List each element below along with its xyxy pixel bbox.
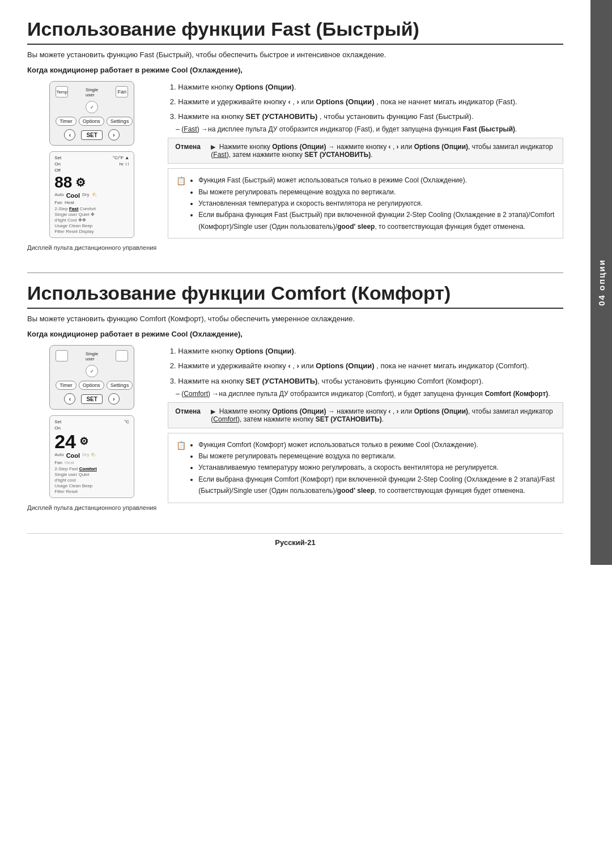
rd-temperature: 88 ⚙ [54,175,86,190]
cancel-label-1: Отмена [175,143,206,151]
remote-top-1: Temp Singleuser Fan ✓ Timer Options [49,81,134,146]
section2-cancel-text: ▶ Нажмите кнопку Options (Опции) → нажми… [211,407,556,423]
note2-3: Устанавливаемую температуру можно регули… [198,462,555,473]
step2-3: Нажмите на кнопку SET (УСТАНОВИТЬ), чтоб… [178,375,563,388]
note2-2: Вы можете регулировать перемещение возду… [198,450,555,462]
rd-usage-row: Usage Clean Beep [54,223,129,228]
temp-icon-2 [56,350,68,361]
rd-temperature-2: 24 ⚙ [54,432,88,451]
note-icon-1: 📋 [176,175,186,188]
rd-filter-row-2: Filter Reset [54,489,129,494]
rd-hr-label: hr ↕↕ [120,161,129,167]
cancel-label-2: Отмена [175,407,206,415]
left-arrow-btn-2[interactable]: ‹ [64,393,75,405]
section-divider [27,273,563,273]
rd-celsius-label-2: °C [124,419,129,424]
note2-1: Функция Comfort (Комфорт) может использо… [198,439,555,450]
options-btn[interactable]: Options [79,117,104,126]
right-arrow-btn-2[interactable]: › [108,393,120,405]
settings-btn[interactable]: Settings [107,117,133,126]
section1-step-note: – (Fast) →на дисплее пульта ДУ отобразит… [176,125,563,133]
single-label-2: Singleuser [86,351,98,361]
rd-modes: Auto Cool Dry ⛅ [54,192,129,199]
rd-on-label: On [54,161,61,167]
note2-4: Если выбрана функция Comfort (Комфорт) п… [198,474,555,497]
rd-off-label: Off [54,168,61,173]
rd-single-row: Single user Quiet ✤ [54,212,129,217]
note1-4: Если выбрана функция Fast (Быстрый) при … [198,209,555,232]
step1-1: Нажмите кнопку Options (Опции). [178,81,563,93]
rd-step-row-2: 2-Step Fast Comfort [54,466,129,471]
section1-remote-col: Temp Singleuser Fan ✓ Timer Options [27,81,156,252]
note-icon-2: 📋 [176,439,186,453]
section2-remote-col: Singleuser ✓ Timer Options Settings [27,345,156,512]
right-arrow-btn[interactable]: › [108,129,120,141]
section1-remote-caption: Дисплей пульта дистанционного управления [27,244,156,252]
section1-subtitle: Вы можете установить функцию Fast (Быстр… [27,50,563,59]
rd-modes-2: Auto Cool Dry ⛅ [54,452,129,459]
temp-icon: Temp [56,86,68,97]
note1-3: Установленная температура и скорость вен… [198,198,555,209]
remote-display-1: Set °C/°F ▲ On hr ↕↕ Off [49,151,134,238]
section2-instructions: Нажмите кнопку Options (Опции). Нажмите … [168,345,563,507]
section2-subtitle: Вы можете установить функцию Comfort (Ко… [27,314,563,323]
remote-top-2: Singleuser ✓ Timer Options Settings [49,345,134,410]
rd-dlight-row-2: d'light cool [54,478,129,483]
rd-dlight-row: d'light Cool ✤✤ [54,218,129,223]
rd-step-row: 2-Step Fast Comfort [54,206,129,211]
note1-1: Функция Fast (Быстрый) может использоват… [198,175,555,186]
cancel-triangle-1: ▶ [211,143,215,150]
cancel-triangle-2: ▶ [211,408,215,415]
rd-on-label-2: On [54,426,61,431]
section2-title: Использование функции Comfort (Комфорт) [27,282,563,309]
set-btn[interactable]: SET [81,130,102,140]
section1-cancel-box: Отмена ▶ Нажмите кнопку Options (Опции) … [168,138,563,164]
section1-condition: Когда кондиционер работает в режиме Cool… [27,66,563,74]
note1-2: Вы можете регулировать перемещение возду… [198,186,555,198]
fan-icon-2 [116,350,128,361]
rd-fan-icon: ⚙ [75,177,86,188]
check-icon-2: ✓ [86,365,98,377]
fan-icon: Fan [116,86,128,97]
side-tab-text: 04 опции [597,259,606,306]
rd-set-label: Set [54,155,61,160]
rd-usage-row-2: Usage Clean Beep [54,483,129,488]
set-btn-2[interactable]: SET [81,394,102,404]
timer-btn[interactable]: Timer [56,117,76,126]
timer-btn-2[interactable]: Timer [56,381,76,390]
rd-set-label-2: Set [54,419,61,424]
check-icon: ✓ [86,101,98,113]
section1-steps: Нажмите кнопку Options (Опции). Нажмите … [168,81,563,123]
section1-instructions: Нажмите кнопку Options (Опции). Нажмите … [168,81,563,243]
section2-cancel-box: Отмена ▶ Нажмите кнопку Options (Опции) … [168,402,563,428]
section2-steps: Нажмите кнопку Options (Опции). Нажмите … [168,345,563,387]
page-footer: Русский-21 [27,533,563,547]
rd-celsius-label: °C/°F ▲ [113,155,129,160]
rd-fan-icon-2: ⚙ [79,436,88,446]
rd-single-row-2: Single user Quiet [54,472,129,477]
section2-remote-caption: Дисплей пульта дистанционного управления [27,504,156,512]
remote-display-2: Set °C On 24 ⚙ [49,415,134,498]
step2-1: Нажмите кнопку Options (Опции). [178,345,563,358]
section1-title: Использование функции Fast (Быстрый) [27,18,563,45]
step2-2: Нажмите и удерживайте кнопку ‹ , › или O… [178,360,563,372]
step1-2: Нажмите и удерживайте кнопку ‹ , › или O… [178,96,563,108]
section1-note-box: 📋 Функция Fast (Быстрый) может использов… [168,168,563,239]
side-tab: 04 опции [590,0,612,565]
section2-step-note: – (Comfort) →на дисплее пульта ДУ отобра… [176,390,563,398]
options-btn-2[interactable]: Options [79,381,104,390]
left-arrow-btn[interactable]: ‹ [64,129,75,141]
step1-3: Нажмите на кнопку SET (УСТАНОВИТЬ) , что… [178,110,563,123]
rd-filter-row: Filter Reset Display [54,229,129,234]
section-fast: Использование функции Fast (Быстрый) Вы … [27,18,563,252]
section2-note-box: 📋 Функция Comfort (Комфорт) может исполь… [168,433,563,503]
single-label: Singleuser [86,87,98,97]
section-comfort: Использование функции Comfort (Комфорт) … [27,282,563,512]
section2-condition: Когда кондиционер работает в режиме Cool… [27,330,563,338]
settings-btn-2[interactable]: Settings [107,381,133,390]
section1-cancel-text: ▶ Нажмите кнопку Options (Опции) → нажми… [211,143,556,159]
